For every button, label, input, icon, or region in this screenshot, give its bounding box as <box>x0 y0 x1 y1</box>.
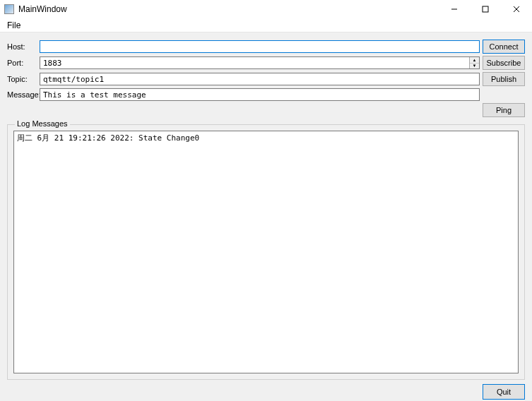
log-legend: Log Messages <box>15 119 70 128</box>
ping-button[interactable]: Ping <box>483 103 525 117</box>
menu-file[interactable]: File <box>3 19 25 32</box>
port-input[interactable] <box>40 57 469 68</box>
message-input[interactable] <box>40 88 480 101</box>
port-spin-down[interactable]: ▼ <box>470 64 479 69</box>
app-icon <box>4 4 14 14</box>
window-control-group <box>439 0 532 18</box>
port-spin-buttons: ▲ ▼ <box>469 57 479 68</box>
quit-button[interactable]: Quit <box>483 384 525 400</box>
ping-row: Ping <box>7 103 525 117</box>
connection-form: Host: Connect Port: ▲ ▼ Subscribe Topic:… <box>7 40 525 101</box>
connect-button[interactable]: Connect <box>483 40 525 54</box>
window-title: MainWindow <box>18 4 439 14</box>
minimize-button[interactable] <box>439 0 470 18</box>
maximize-button[interactable] <box>470 0 501 18</box>
message-label: Message: <box>7 90 37 99</box>
log-group: Log Messages 周二 6月 21 19:21:26 2022: Sta… <box>7 124 525 380</box>
title-bar: MainWindow <box>0 0 532 18</box>
close-button[interactable] <box>501 0 532 18</box>
port-spin-up[interactable]: ▲ <box>470 57 479 64</box>
client-area: Host: Connect Port: ▲ ▼ Subscribe Topic:… <box>0 32 532 401</box>
topic-input[interactable] <box>40 73 480 85</box>
menu-bar: File <box>0 18 532 32</box>
svg-rect-1 <box>483 6 488 12</box>
publish-button[interactable]: Publish <box>483 72 525 86</box>
port-label: Port: <box>7 59 37 67</box>
host-input[interactable] <box>40 40 480 53</box>
port-spinbox[interactable]: ▲ ▼ <box>40 56 480 69</box>
subscribe-button[interactable]: Subscribe <box>483 56 525 70</box>
host-label: Host: <box>7 42 37 51</box>
footer-row: Quit <box>7 384 525 400</box>
log-textarea[interactable]: 周二 6月 21 19:21:26 2022: State Change0 <box>13 131 519 373</box>
topic-label: Topic: <box>7 75 37 83</box>
